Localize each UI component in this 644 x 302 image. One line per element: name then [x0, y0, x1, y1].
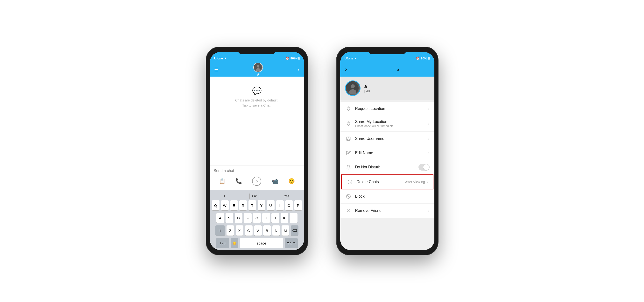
- key-j[interactable]: J: [272, 213, 279, 223]
- key-n[interactable]: N: [272, 225, 280, 235]
- key-m[interactable]: M: [282, 225, 289, 235]
- menu-item-edit-name[interactable]: Edit Name ›: [340, 146, 434, 160]
- share-username-icon: [345, 135, 352, 142]
- chevron-icon-su: ›: [428, 137, 430, 141]
- menu-item-title-su: Share Username: [355, 137, 428, 141]
- key-emoji-kb[interactable]: 😊: [230, 238, 238, 248]
- carrier-label-right: Ufone: [344, 57, 354, 60]
- key-return[interactable]: return: [285, 238, 298, 248]
- chevron-icon-dc: ›: [427, 180, 428, 184]
- key-g[interactable]: G: [253, 213, 261, 223]
- menu-item-content-dc: Delete Chats...: [357, 180, 405, 184]
- wifi-icon: ▲: [224, 57, 227, 60]
- chat-input-area: 📋 📞 ○ 📹 😊: [210, 165, 304, 190]
- location-request-icon: [345, 105, 352, 112]
- battery-label: 90%: [290, 57, 296, 60]
- key-row-3: ⬆ Z X C V B N M ⌫: [211, 225, 303, 235]
- suggestion-yes[interactable]: Yes: [281, 193, 292, 199]
- left-phone: Ufone ▲ ⏰ 90% ▓ ☰ a: [206, 47, 308, 255]
- sticker-icon[interactable]: 📋: [219, 178, 225, 184]
- status-right-right: ⏰ 90% ▓: [416, 57, 430, 60]
- key-c[interactable]: C: [245, 225, 252, 235]
- key-e[interactable]: E: [230, 200, 238, 210]
- key-r[interactable]: R: [239, 200, 247, 210]
- status-right: ⏰ 90% ▓: [286, 57, 300, 60]
- key-i[interactable]: I: [276, 200, 284, 210]
- menu-icon[interactable]: ☰: [214, 67, 218, 73]
- key-k[interactable]: K: [280, 213, 288, 223]
- key-p[interactable]: P: [294, 200, 302, 210]
- snap-header-right: ✕ a: [340, 63, 434, 77]
- suggestion-i[interactable]: I: [222, 193, 228, 199]
- key-f[interactable]: F: [244, 213, 252, 223]
- status-left-right: Ufone ▲: [344, 57, 358, 60]
- menu-item-right-sl: ›: [428, 122, 430, 126]
- key-num[interactable]: 123: [216, 238, 229, 248]
- avatar-left[interactable]: [253, 63, 263, 72]
- menu-item-share-location[interactable]: Share My Location Ghost Mode will be tur…: [340, 116, 434, 132]
- notch-right: [372, 47, 403, 54]
- emoji-icon[interactable]: 😊: [288, 178, 295, 184]
- key-x[interactable]: X: [236, 225, 244, 235]
- dnd-toggle[interactable]: [418, 164, 430, 171]
- menu-item-request-location[interactable]: Request Location ›: [340, 102, 434, 116]
- key-o[interactable]: O: [285, 200, 293, 210]
- menu-item-remove-friend[interactable]: Remove Friend ›: [340, 204, 434, 218]
- key-w[interactable]: W: [221, 200, 229, 210]
- carrier-label: Ufone: [214, 57, 223, 60]
- menu-item-share-username[interactable]: Share Username ›: [340, 132, 434, 146]
- key-s[interactable]: S: [226, 213, 233, 223]
- key-shift[interactable]: ⬆: [216, 225, 225, 235]
- menu-item-title-sl: Share My Location: [355, 120, 428, 124]
- chevron-icon-sl: ›: [428, 122, 430, 126]
- close-icon[interactable]: ✕: [344, 67, 348, 72]
- suggestion-ok[interactable]: Ok: [250, 193, 259, 199]
- svg-point-9: [348, 108, 349, 109]
- chevron-icon-en: ›: [428, 151, 430, 155]
- menu-item-right-rf: ›: [428, 209, 430, 213]
- key-u[interactable]: U: [267, 200, 274, 210]
- svg-point-10: [348, 123, 349, 124]
- menu-item-delete-chats[interactable]: Delete Chats... After Viewing ›: [341, 174, 434, 189]
- left-screen: Ufone ▲ ⏰ 90% ▓ ☰ a: [210, 52, 304, 250]
- key-v[interactable]: V: [254, 225, 262, 235]
- chevron-icon-rf: ›: [428, 209, 430, 213]
- snap-capture-btn[interactable]: ○: [252, 177, 261, 186]
- menu-item-right-en: ›: [428, 151, 430, 155]
- menu-item-block[interactable]: Block ›: [340, 189, 434, 204]
- menu-item-content-su: Share Username: [355, 137, 428, 141]
- menu-item-content-block: Block: [355, 194, 428, 199]
- key-row-2: A S D F G H J K L: [211, 213, 303, 223]
- svg-point-7: [351, 84, 355, 88]
- key-z[interactable]: Z: [226, 225, 234, 235]
- key-h[interactable]: H: [262, 213, 270, 223]
- profile-avatar[interactable]: [345, 81, 360, 96]
- chevron-icon-rl: ›: [428, 107, 430, 111]
- key-a[interactable]: A: [216, 213, 224, 223]
- key-space[interactable]: space: [240, 238, 283, 248]
- right-screen: Ufone ▲ ⏰ 90% ▓ ✕ a: [340, 52, 434, 250]
- menu-item-do-not-disturb[interactable]: Do Not Disturb: [340, 160, 434, 174]
- key-l[interactable]: L: [290, 213, 298, 223]
- profile-score: | 40: [364, 89, 370, 93]
- phone-icon[interactable]: 📞: [236, 178, 242, 184]
- key-b[interactable]: B: [263, 225, 271, 235]
- key-backspace[interactable]: ⌫: [291, 225, 298, 235]
- forward-icon[interactable]: ›: [298, 67, 300, 73]
- key-q[interactable]: Q: [212, 200, 220, 210]
- chat-input[interactable]: [214, 168, 300, 174]
- menu-item-right-dc: After Viewing ›: [405, 180, 428, 184]
- profile-info: a | 40: [364, 84, 370, 93]
- video-icon[interactable]: 📹: [272, 178, 278, 184]
- header-username-left: a: [257, 72, 259, 77]
- key-d[interactable]: D: [235, 213, 242, 223]
- key-y[interactable]: Y: [258, 200, 266, 210]
- block-icon: [345, 193, 352, 200]
- menu-list: Request Location › Share My Location G: [340, 102, 434, 218]
- menu-item-content-sl: Share My Location Ghost Mode will be tur…: [355, 120, 428, 128]
- key-t[interactable]: T: [248, 200, 256, 210]
- header-center: a: [253, 63, 263, 77]
- menu-item-content-en: Edit Name: [355, 151, 428, 155]
- menu-item-title-dc: Delete Chats...: [357, 180, 405, 184]
- chat-empty-text: Chats are deleted by default. Tap to sav…: [235, 98, 278, 108]
